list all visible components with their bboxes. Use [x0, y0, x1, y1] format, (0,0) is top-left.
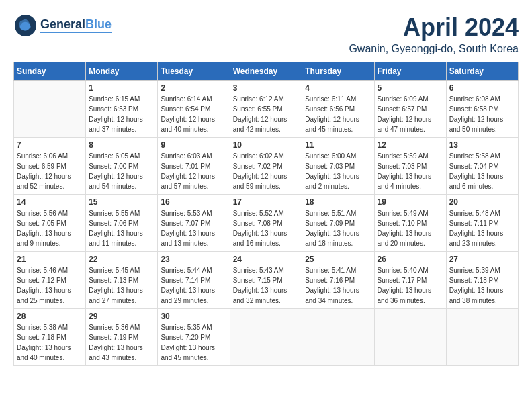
day-number: 21 — [17, 255, 83, 264]
calendar-cell: 19Sunrise: 5:49 AM Sunset: 7:10 PM Dayli… — [374, 195, 446, 252]
day-number: 27 — [449, 255, 515, 264]
day-info: Sunrise: 5:45 AM Sunset: 7:13 PM Dayligh… — [89, 265, 154, 306]
day-info: Sunrise: 6:03 AM Sunset: 7:01 PM Dayligh… — [161, 151, 226, 191]
day-number: 18 — [305, 197, 371, 207]
calendar-cell: 12Sunrise: 5:59 AM Sunset: 7:03 PM Dayli… — [374, 138, 446, 195]
calendar-cell: 1Sunrise: 6:15 AM Sunset: 6:53 PM Daylig… — [86, 81, 158, 138]
week-row-2: 7Sunrise: 6:06 AM Sunset: 6:59 PM Daylig… — [14, 138, 519, 195]
week-row-4: 21Sunrise: 5:46 AM Sunset: 7:12 PM Dayli… — [14, 252, 519, 309]
calendar-cell: 20Sunrise: 5:48 AM Sunset: 7:11 PM Dayli… — [446, 195, 518, 252]
day-info: Sunrise: 5:39 AM Sunset: 7:18 PM Dayligh… — [449, 265, 515, 306]
calendar-cell: 7Sunrise: 6:06 AM Sunset: 6:59 PM Daylig… — [14, 138, 86, 195]
day-info: Sunrise: 5:41 AM Sunset: 7:16 PM Dayligh… — [305, 265, 371, 306]
day-number: 15 — [89, 197, 154, 207]
calendar-cell: 9Sunrise: 6:03 AM Sunset: 7:01 PM Daylig… — [158, 138, 230, 195]
day-number: 20 — [449, 197, 515, 207]
calendar-cell: 18Sunrise: 5:51 AM Sunset: 7:09 PM Dayli… — [302, 195, 374, 252]
day-number: 22 — [89, 255, 154, 264]
calendar-cell: 22Sunrise: 5:45 AM Sunset: 7:13 PM Dayli… — [86, 252, 158, 309]
calendar-cell: 27Sunrise: 5:39 AM Sunset: 7:18 PM Dayli… — [446, 252, 518, 309]
calendar-cell: 8Sunrise: 6:05 AM Sunset: 7:00 PM Daylig… — [86, 138, 158, 195]
calendar-cell: 26Sunrise: 5:40 AM Sunset: 7:17 PM Dayli… — [374, 252, 446, 309]
day-info: Sunrise: 5:49 AM Sunset: 7:10 PM Dayligh… — [378, 208, 443, 248]
day-info: Sunrise: 5:56 AM Sunset: 7:05 PM Dayligh… — [17, 208, 83, 248]
day-info: Sunrise: 6:14 AM Sunset: 6:54 PM Dayligh… — [161, 94, 226, 134]
week-row-5: 28Sunrise: 5:38 AM Sunset: 7:18 PM Dayli… — [14, 309, 519, 366]
logo: GeneralBlue — [13, 13, 112, 38]
day-number: 23 — [161, 255, 226, 264]
day-number: 5 — [378, 83, 443, 93]
calendar-cell: 17Sunrise: 5:52 AM Sunset: 7:08 PM Dayli… — [230, 195, 302, 252]
day-info: Sunrise: 5:35 AM Sunset: 7:20 PM Dayligh… — [161, 322, 226, 363]
title-area: April 2024 Gwanin, Gyeonggi-do, South Ko… — [349, 13, 519, 55]
weekday-header-wednesday: Wednesday — [230, 62, 302, 81]
day-info: Sunrise: 5:51 AM Sunset: 7:09 PM Dayligh… — [305, 208, 371, 248]
day-info: Sunrise: 6:15 AM Sunset: 6:53 PM Dayligh… — [89, 94, 154, 134]
weekday-header-saturday: Saturday — [446, 62, 518, 81]
day-info: Sunrise: 6:00 AM Sunset: 7:03 PM Dayligh… — [305, 151, 371, 191]
calendar-cell: 16Sunrise: 5:53 AM Sunset: 7:07 PM Dayli… — [158, 195, 230, 252]
week-row-1: 1Sunrise: 6:15 AM Sunset: 6:53 PM Daylig… — [14, 81, 519, 138]
calendar-cell — [374, 309, 446, 366]
calendar-cell: 3Sunrise: 6:12 AM Sunset: 6:55 PM Daylig… — [230, 81, 302, 138]
month-title: April 2024 — [349, 13, 519, 42]
calendar-table: SundayMondayTuesdayWednesdayThursdayFrid… — [13, 62, 519, 366]
day-number: 12 — [378, 140, 443, 150]
day-info: Sunrise: 5:59 AM Sunset: 7:03 PM Dayligh… — [378, 151, 443, 191]
calendar-cell: 28Sunrise: 5:38 AM Sunset: 7:18 PM Dayli… — [14, 309, 86, 366]
weekday-header-sunday: Sunday — [14, 62, 86, 81]
day-number: 1 — [89, 83, 154, 93]
weekday-header-tuesday: Tuesday — [158, 62, 230, 81]
weekday-header-row: SundayMondayTuesdayWednesdayThursdayFrid… — [14, 62, 519, 81]
calendar-cell: 13Sunrise: 5:58 AM Sunset: 7:04 PM Dayli… — [446, 138, 518, 195]
logo-text: GeneralBlue — [40, 18, 112, 32]
day-number: 14 — [17, 197, 83, 207]
calendar-cell: 2Sunrise: 6:14 AM Sunset: 6:54 PM Daylig… — [158, 81, 230, 138]
day-number: 16 — [161, 197, 226, 207]
calendar-cell: 4Sunrise: 6:11 AM Sunset: 6:56 PM Daylig… — [302, 81, 374, 138]
weekday-header-monday: Monday — [86, 62, 158, 81]
day-number: 6 — [449, 83, 515, 93]
calendar-cell: 14Sunrise: 5:56 AM Sunset: 7:05 PM Dayli… — [14, 195, 86, 252]
day-number: 9 — [161, 140, 226, 150]
day-number: 29 — [89, 312, 154, 321]
day-info: Sunrise: 6:05 AM Sunset: 7:00 PM Dayligh… — [89, 151, 154, 191]
day-info: Sunrise: 6:06 AM Sunset: 6:59 PM Dayligh… — [17, 151, 83, 191]
day-number: 13 — [449, 140, 515, 150]
day-number: 4 — [305, 83, 371, 93]
day-info: Sunrise: 5:52 AM Sunset: 7:08 PM Dayligh… — [233, 208, 300, 248]
day-info: Sunrise: 5:36 AM Sunset: 7:19 PM Dayligh… — [89, 322, 154, 363]
week-row-3: 14Sunrise: 5:56 AM Sunset: 7:05 PM Dayli… — [14, 195, 519, 252]
day-info: Sunrise: 5:53 AM Sunset: 7:07 PM Dayligh… — [161, 208, 226, 248]
day-number: 24 — [233, 255, 300, 264]
day-number: 19 — [378, 197, 443, 207]
day-info: Sunrise: 5:46 AM Sunset: 7:12 PM Dayligh… — [17, 265, 83, 306]
calendar-cell: 5Sunrise: 6:09 AM Sunset: 6:57 PM Daylig… — [374, 81, 446, 138]
day-info: Sunrise: 5:40 AM Sunset: 7:17 PM Dayligh… — [378, 265, 443, 306]
calendar-cell: 29Sunrise: 5:36 AM Sunset: 7:19 PM Dayli… — [86, 309, 158, 366]
calendar-cell: 15Sunrise: 5:55 AM Sunset: 7:06 PM Dayli… — [86, 195, 158, 252]
day-number: 26 — [378, 255, 443, 264]
day-info: Sunrise: 5:55 AM Sunset: 7:06 PM Dayligh… — [89, 208, 154, 248]
weekday-header-friday: Friday — [374, 62, 446, 81]
day-info: Sunrise: 5:38 AM Sunset: 7:18 PM Dayligh… — [17, 322, 83, 363]
day-info: Sunrise: 6:12 AM Sunset: 6:55 PM Dayligh… — [233, 94, 300, 134]
day-number: 30 — [161, 312, 226, 321]
day-info: Sunrise: 6:02 AM Sunset: 7:02 PM Dayligh… — [233, 151, 300, 191]
day-number: 7 — [17, 140, 83, 150]
day-number: 11 — [305, 140, 371, 150]
calendar-cell — [446, 309, 518, 366]
calendar-cell: 6Sunrise: 6:08 AM Sunset: 6:58 PM Daylig… — [446, 81, 518, 138]
day-number: 3 — [233, 83, 300, 93]
calendar-cell: 21Sunrise: 5:46 AM Sunset: 7:12 PM Dayli… — [14, 252, 86, 309]
day-number: 10 — [233, 140, 300, 150]
page-header: GeneralBlue April 2024 Gwanin, Gyeonggi-… — [13, 13, 519, 55]
day-info: Sunrise: 5:43 AM Sunset: 7:15 PM Dayligh… — [233, 265, 300, 306]
calendar-cell — [14, 81, 86, 138]
day-info: Sunrise: 6:08 AM Sunset: 6:58 PM Dayligh… — [449, 94, 515, 134]
day-number: 28 — [17, 312, 83, 321]
day-number: 2 — [161, 83, 226, 93]
day-info: Sunrise: 5:58 AM Sunset: 7:04 PM Dayligh… — [449, 151, 515, 191]
day-info: Sunrise: 5:44 AM Sunset: 7:14 PM Dayligh… — [161, 265, 226, 306]
calendar-cell: 11Sunrise: 6:00 AM Sunset: 7:03 PM Dayli… — [302, 138, 374, 195]
